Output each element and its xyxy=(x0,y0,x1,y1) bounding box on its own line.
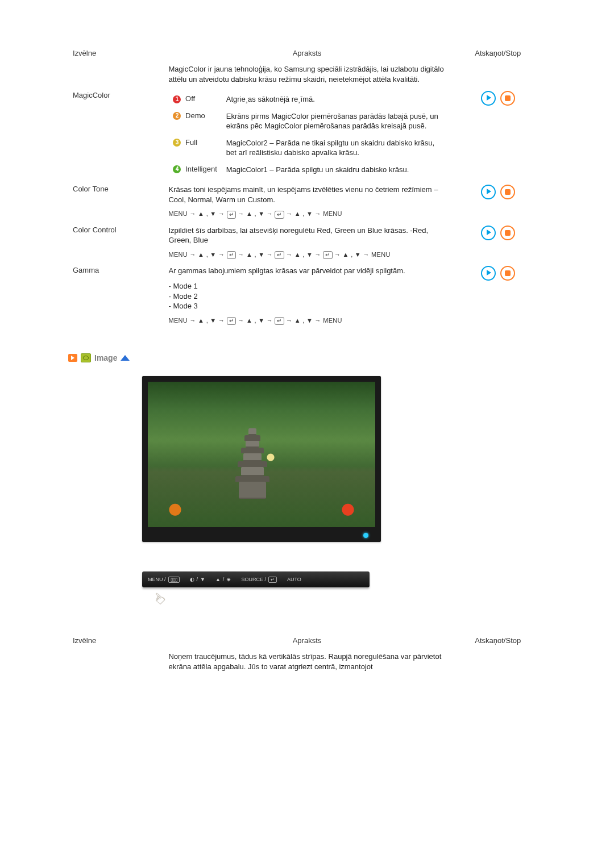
pagoda-illustration xyxy=(235,428,269,499)
stop-icon[interactable] xyxy=(500,185,515,199)
strip-menu-label[interactable]: MENU / xyxy=(148,577,166,582)
play-icon[interactable] xyxy=(481,226,496,240)
monitor-illustration xyxy=(142,376,381,542)
col-playstop-header: Atskaņot/Stop xyxy=(450,45,546,61)
enter-icon: ↵ xyxy=(227,317,236,325)
down-arrow-icon[interactable]: ▼ xyxy=(200,577,205,582)
badge-1-icon: 1 xyxy=(173,95,181,103)
enter-icon: ↵ xyxy=(227,251,236,259)
coarse-desc: Noņem traucējumus, tādus kā vertikālās s… xyxy=(164,648,450,675)
badge-4-icon: 4 xyxy=(173,165,181,173)
strip-source-label[interactable]: SOURCE / xyxy=(241,577,266,582)
badge-2-icon: 2 xyxy=(173,112,181,120)
opt-intelligent-desc: MagicColor1 – Parāda spilgtu un skaidru … xyxy=(222,161,446,178)
opt-demo-desc: Ekrāns pirms MagicColor piemērošanas par… xyxy=(222,108,446,135)
colorcontrol-desc: Izpildiet šīs darbības, lai atsevišķi no… xyxy=(168,226,445,245)
opt-off-desc: Atgrie¸as sākotnējā re¸īmā. xyxy=(222,91,446,108)
gamma-desc: Ar gammas labojumiem spilgtas krāsas var… xyxy=(168,266,445,276)
power-led-icon xyxy=(363,533,368,538)
enter-icon: ↵ xyxy=(227,211,236,219)
up-arrow-icon[interactable]: ▲ xyxy=(215,577,221,582)
enter-icon: ↵ xyxy=(323,251,332,259)
enter-rect-icon[interactable]: ↵ xyxy=(268,577,277,583)
brightness-down-icon[interactable]: ◐ xyxy=(190,577,194,582)
menu-rect-icon[interactable]: ▯▯▯ xyxy=(168,577,180,583)
opt-off-label: Off xyxy=(185,94,195,103)
up-arrow-icon[interactable] xyxy=(121,355,130,361)
brightness-icon[interactable] xyxy=(226,577,231,583)
stop-icon[interactable] xyxy=(500,91,515,106)
gamma-navseq: MENU → ▲ , ▼ → ↵ → ▲ , ▼ → ↵ → ▲ , ▼ → M… xyxy=(168,317,445,325)
opt-full-desc: MagicColor2 – Parāda ne tikai spilgtu un… xyxy=(222,135,446,161)
magiccolor-intro: MagicColor ir jauna tehnoloģija, ko Sams… xyxy=(164,61,450,87)
menuitem-colortone: Color Tone xyxy=(68,181,164,222)
play-icon[interactable] xyxy=(481,91,496,106)
play-icon[interactable] xyxy=(481,266,496,281)
stop-icon[interactable] xyxy=(500,226,515,240)
col-menu-header: Izvēlne xyxy=(68,633,164,648)
col-desc-header: Apraksts xyxy=(164,633,450,648)
colorcontrol-navseq: MENU → ▲ , ▼ → ↵ → ▲ , ▼ → ↵ → ▲ , ▼ → ↵… xyxy=(168,251,445,259)
forward-icon[interactable] xyxy=(68,354,77,362)
badge-3-icon: 3 xyxy=(173,139,181,147)
pointing-hand-icon xyxy=(152,590,180,606)
menuitem-gamma: Gamma xyxy=(68,262,164,328)
play-icon[interactable] xyxy=(481,185,496,199)
stop-icon[interactable] xyxy=(500,266,515,281)
enter-icon: ↵ xyxy=(275,211,284,219)
col-playstop-header: Atskaņot/Stop xyxy=(450,633,546,648)
col-menu-header: Izvēlne xyxy=(68,45,164,61)
view-icon[interactable] xyxy=(81,353,91,362)
strip-auto-label[interactable]: AUTO xyxy=(287,577,301,582)
gamma-modes: - Mode 1 - Mode 2 - Mode 3 xyxy=(168,281,445,311)
enter-icon: ↵ xyxy=(275,251,284,259)
enter-icon: ↵ xyxy=(275,317,284,325)
section-image-label: Image xyxy=(94,353,117,362)
menuitem-magiccolor: MagicColor xyxy=(68,87,164,181)
monitor-button-strip: MENU / ▯▯▯ ◐/▼ ▲/ SOURCE / ↵ AUTO xyxy=(142,571,370,587)
opt-intelligent-label: Intelligent xyxy=(185,165,217,173)
col-desc-header: Apraksts xyxy=(164,45,450,61)
menuitem-colorcontrol: Color Control xyxy=(68,222,164,262)
opt-demo-label: Demo xyxy=(185,111,205,120)
opt-full-label: Full xyxy=(185,138,197,147)
colortone-desc: Krāsas toni iespējams mainīt, un iespēja… xyxy=(168,185,445,205)
colortone-navseq: MENU → ▲ , ▼ → ↵ → ▲ , ▼ → ↵ → ▲ , ▼ → M… xyxy=(168,210,445,218)
